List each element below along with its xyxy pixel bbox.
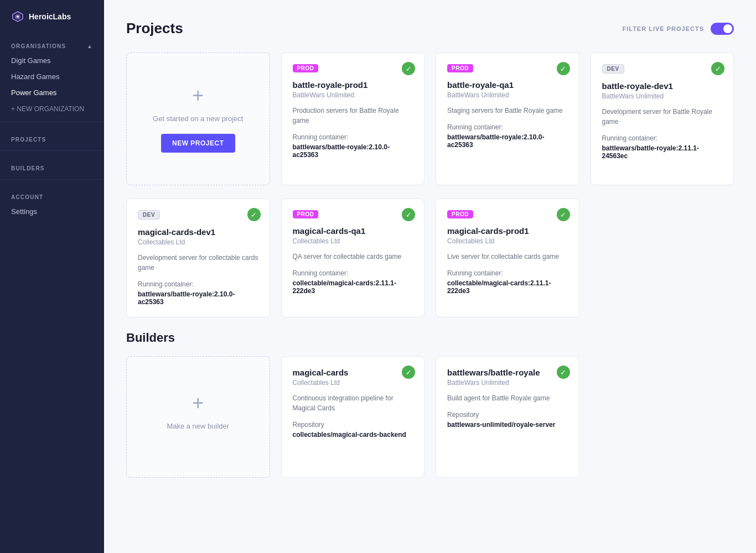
project-card-battle-royale-prod1[interactable]: ✓ PROD battle-royale-prod1 BattleWars Un… (281, 53, 425, 185)
container-label: Running container: (447, 123, 568, 131)
divider-1 (0, 122, 104, 122)
badge-prod: PROD (447, 64, 473, 72)
new-organization-button[interactable]: + NEW ORGANIZATION (0, 101, 104, 117)
divider-2 (0, 150, 104, 151)
builder-org: Collectables Ltd (293, 379, 413, 387)
main-content: Projects FILTER LIVE PROJECTS + Get star… (104, 0, 756, 553)
container-label: Running container: (293, 133, 413, 141)
filter-live-label: FILTER LIVE PROJECTS (622, 25, 704, 32)
badge-row: PROD (293, 210, 413, 218)
status-ok-icon: ✓ (557, 62, 570, 75)
filter-live-row: FILTER LIVE PROJECTS (622, 23, 734, 35)
page-title: Projects (126, 20, 183, 37)
chevron-up-icon: ▲ (87, 43, 93, 49)
badge-prod: PROD (293, 64, 319, 72)
project-card-magical-cards-qa1[interactable]: ✓ PROD magical-cards-qa1 Collectables Lt… (281, 199, 425, 317)
project-desc: Live server for collectable cards game (447, 252, 568, 262)
heroiclabs-icon (11, 10, 24, 23)
builder-desc: Continuous integration pipeline for Magi… (293, 393, 413, 413)
badge-row: PROD (447, 64, 568, 72)
status-ok-icon: ✓ (402, 366, 415, 379)
sidebar: HeroicLabs ORGANISATIONS ▲ Digit Games H… (0, 0, 104, 553)
project-org: Collectables Ltd (293, 237, 413, 245)
project-org: BattleWars Unlimited (447, 91, 568, 99)
repo-value: collectables/magical-cards-backend (293, 431, 413, 439)
project-card-magical-cards-dev1[interactable]: ✓ DEV magical-cards-dev1 Collectables Lt… (126, 199, 270, 317)
project-org: BattleWars Unlimited (293, 91, 413, 99)
sidebar-item-settings[interactable]: Settings (0, 204, 104, 220)
badge-prod: PROD (293, 210, 319, 218)
repo-value: battlewars-unlimited/royale-server (447, 421, 568, 429)
project-title: magical-cards-qa1 (293, 226, 413, 236)
project-title: battle-royale-dev1 (602, 81, 723, 91)
status-ok-icon: ✓ (711, 62, 724, 75)
status-ok-icon: ✓ (402, 62, 415, 75)
badge-dev: DEV (138, 210, 160, 220)
container-label: Running container: (138, 280, 258, 288)
new-project-button[interactable]: NEW PROJECT (161, 134, 235, 153)
project-desc: QA server for collectable cards game (293, 252, 413, 262)
builder-desc: Build agent for Battle Royale game (447, 393, 568, 403)
repo-label: Repository (293, 421, 413, 429)
badge-row: PROD (293, 64, 413, 72)
project-org: Collectables Ltd (138, 238, 258, 246)
container-value: battlewars/battle-royale:2.10.0-ac25363 (447, 133, 568, 149)
project-desc: Development server for collectable cards… (138, 253, 258, 273)
sidebar-item-digit-games[interactable]: Digit Games (0, 53, 104, 69)
divider-3 (0, 179, 104, 180)
container-value: collectable/magical-cards:2.11.1-222de3 (447, 279, 568, 295)
project-title: battle-royale-prod1 (293, 80, 413, 90)
page-header: Projects FILTER LIVE PROJECTS (126, 20, 734, 37)
project-card-battle-royale-qa1[interactable]: ✓ PROD battle-royale-qa1 BattleWars Unli… (436, 53, 579, 185)
builder-card-battlewars-battle-royale[interactable]: ✓ battlewars/battle-royale BattleWars Un… (436, 356, 579, 478)
project-title: battle-royale-qa1 (447, 80, 568, 90)
badge-row: PROD (447, 210, 568, 218)
projects-row-2: ✓ DEV magical-cards-dev1 Collectables Lt… (126, 199, 734, 317)
projects-row-1: + Get started on a new project NEW PROJE… (126, 53, 734, 185)
badge-row: DEV (602, 64, 723, 74)
builders-section-label[interactable]: BUILDERS (0, 155, 104, 175)
project-org: BattleWars Unlimited (602, 92, 723, 100)
brand-name: HeroicLabs (29, 12, 71, 21)
orgs-section-label: ORGANISATIONS ▲ (0, 33, 104, 53)
builders-grid: + Make a new builder ✓ magical-cards Col… (126, 356, 734, 478)
account-section-label: ACCOUNT (0, 184, 104, 204)
new-builder-label: Make a new builder (167, 422, 229, 430)
project-title: magical-cards-dev1 (138, 227, 258, 237)
container-value: battlewars/battle-royale:2.10.0-ac25363 (293, 143, 413, 159)
plus-icon: + (192, 86, 204, 106)
repo-label: Repository (447, 411, 568, 419)
sidebar-logo: HeroicLabs (0, 0, 104, 33)
project-desc: Development server for Battle Royale gam… (602, 107, 723, 127)
status-ok-icon: ✓ (247, 208, 261, 221)
container-value: battlewars/battle-royale:2.11.1-24563ec (602, 144, 723, 160)
filter-live-toggle[interactable] (711, 23, 734, 35)
container-label: Running container: (602, 134, 723, 142)
projects-section-label[interactable]: PROJECTS (0, 127, 104, 146)
badge-row: DEV (138, 210, 258, 220)
builders-section-title: Builders (126, 331, 734, 345)
badge-dev: DEV (602, 64, 624, 74)
container-label: Running container: (447, 269, 568, 277)
container-value: battlewars/battle-royale:2.10.0-ac25363 (138, 290, 258, 306)
builder-card-magical-cards[interactable]: ✓ magical-cards Collectables Ltd Continu… (281, 356, 425, 478)
new-project-card[interactable]: + Get started on a new project NEW PROJE… (126, 53, 270, 185)
container-label: Running container: (293, 269, 413, 277)
sidebar-item-power-games[interactable]: Power Games (0, 85, 104, 101)
new-project-label: Get started on a new project (153, 114, 243, 123)
project-desc: Production servers for Battle Royale gam… (293, 106, 413, 126)
builder-org: BattleWars Unlimited (447, 379, 568, 387)
status-ok-icon: ✓ (557, 208, 570, 221)
badge-prod: PROD (447, 210, 473, 218)
project-card-magical-cards-prod1[interactable]: ✓ PROD magical-cards-prod1 Collectables … (436, 199, 579, 317)
plus-icon: + (192, 393, 204, 413)
status-ok-icon: ✓ (402, 208, 415, 221)
builder-title: battlewars/battle-royale (447, 368, 568, 377)
container-value: collectable/magical-cards:2.11.1-222de3 (293, 279, 413, 295)
new-builder-card[interactable]: + Make a new builder (126, 356, 270, 478)
sidebar-item-hazard-games[interactable]: Hazard Games (0, 69, 104, 85)
project-desc: Staging servers for Battle Royale game (447, 106, 568, 116)
status-ok-icon: ✓ (557, 366, 570, 379)
project-title: magical-cards-prod1 (447, 226, 568, 236)
project-card-battle-royale-dev1[interactable]: ✓ DEV battle-royale-dev1 BattleWars Unli… (591, 53, 734, 185)
